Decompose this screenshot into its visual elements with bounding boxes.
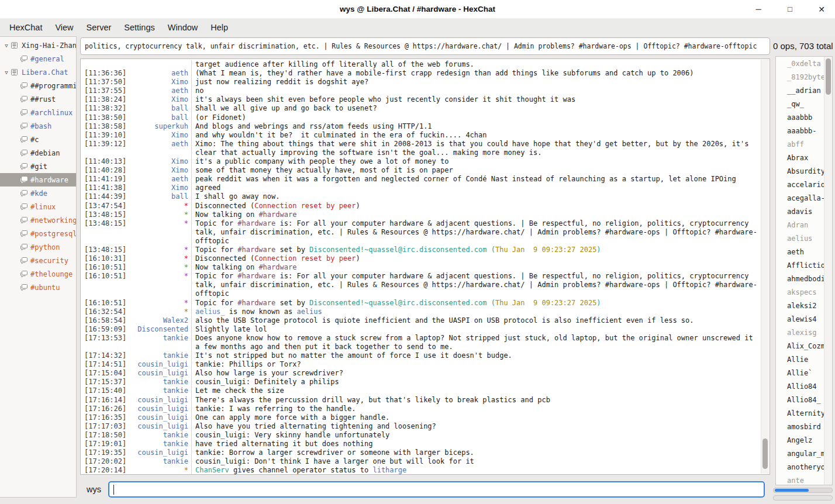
expander-icon[interactable]: ▽ [2,70,11,75]
channel-icon [19,149,30,157]
chat-line: [17:13:53]tankieDoes anyone know how to … [81,334,760,351]
user-Allie[interactable]: Allie [776,353,824,367]
user-akspecs[interactable]: akspecs [776,286,824,299]
user-qw[interactable]: _qw_ [776,98,824,111]
message-segment: Connection reset by peer [254,202,356,210]
user-amosbird[interactable]: amosbird [776,420,824,434]
nick: tankie [132,378,188,386]
user-aleksi2[interactable]: aleksi2 [776,299,824,313]
tree-server-XingHaiZhan[interactable]: ▽Xing-Hai-Zhan [0,39,76,52]
tree-channel-hardware[interactable]: #hardware [0,173,76,187]
userlist-horizontal-scrollbar[interactable] [773,488,833,493]
menu-help[interactable]: Help [204,19,234,36]
close-icon[interactable]: ✕ [816,4,827,15]
user-list[interactable]: _0xdelta_8192byte__adrian_qw_aaabbbaaabb… [775,56,833,485]
chat-area[interactable]: target audience after killing off litera… [80,58,770,475]
user-angularm[interactable]: angular_m [776,447,824,461]
chat-line: target audience after killing off litera… [81,60,760,69]
menu-hexchat[interactable]: HexChat [3,19,49,36]
chat-scrollbar[interactable] [761,60,769,474]
user-Allio84[interactable]: Allio84_ [776,393,824,407]
topic-input[interactable] [80,37,770,55]
tree-channel-linux[interactable]: #linux [0,200,76,213]
user-accelario[interactable]: accelario [776,178,824,192]
user-Adran[interactable]: Adran [776,219,824,232]
timestamp: [11:40:13] [81,157,132,166]
tree-channel-networking[interactable]: #networking [0,213,76,227]
user-Angelz[interactable]: Angelz [776,434,824,447]
chat-line: [17:15:37]tankiecousin_luigi: Definitely… [81,378,760,386]
user-aaabbb[interactable]: aaabbb- [776,125,824,138]
user-alexisg[interactable]: alexisg [776,326,824,340]
user-8192byte[interactable]: _8192byte [776,71,824,84]
user-adavis[interactable]: adavis [776,205,824,219]
tree-channel-thelounge[interactable]: #thelounge [0,267,76,281]
user-aelius[interactable]: aelius [776,232,824,246]
user-abff[interactable]: abff [776,138,824,151]
expander-icon[interactable]: ▽ [2,43,11,49]
message-segment: Does anyone know how to remove a stuck s… [195,334,757,351]
tree-channel-security[interactable]: #security [0,254,76,267]
menu-view[interactable]: View [49,19,80,36]
user-anotheryo[interactable]: anotheryo [776,461,824,474]
user-acegalla[interactable]: acegalla- [776,192,824,205]
user-Allie[interactable]: Allie` [776,367,824,380]
user-alewis4[interactable]: alewis4 [776,313,824,326]
tree-channel-rust[interactable]: ##rust [0,92,76,106]
chat-line: [11:39:12]aethXimo: The thing about thin… [81,140,760,157]
tree-channel-bash[interactable]: #bash [0,119,76,133]
channel-tree[interactable]: ▽Xing-Hai-Zhan#general▽Libera.Chat##prog… [0,36,77,498]
tree-channel-git[interactable]: #git [0,160,76,173]
window-title: wys @ Libera.Chat / #hardware - HexChat [340,5,495,13]
userlist-lower-scrollbar[interactable] [773,495,833,500]
user-Afflictio[interactable]: Afflictio [776,259,824,272]
userlist-scrollbar-thumb[interactable] [826,58,831,95]
tree-channel-general[interactable]: #general [0,52,76,65]
user-Abrax[interactable]: Abrax [776,151,824,165]
tree-channel-postgresql[interactable]: #postgresql [0,227,76,240]
message-segment: aelius_ [195,308,225,316]
user-aaabbb[interactable]: aaabbb [776,111,824,125]
menu-settings[interactable]: Settings [118,19,161,36]
tree-channel-debian[interactable]: #debian [0,146,76,160]
userlist-horizontal-scrollbar-thumb[interactable] [775,489,809,492]
user-0xdelta[interactable]: _0xdelta [776,57,824,71]
user-Alternity[interactable]: Alternity [776,407,824,420]
message-segment: aelius [296,308,322,316]
tree-channel-ubuntu[interactable]: #ubuntu [0,281,76,294]
tree-channel-kde[interactable]: #kde [0,187,76,200]
tree-label: #archlinux [30,109,73,117]
userlist-scrollbar[interactable] [824,57,832,485]
channel-icon [19,55,30,63]
tree-label: ##rust [30,95,56,103]
message-segment: tankie: I was referring to the handle. [195,405,356,413]
tree-channel-archlinux[interactable]: #archlinux [0,106,76,119]
message-segment: cousin_luigi: Definitely a philips [195,378,339,386]
message-input[interactable] [108,481,765,498]
user-Allio84[interactable]: Allio84 [776,380,824,393]
user-ante[interactable]: ante [776,474,824,485]
message-segment: ) [596,246,601,254]
tree-channel-programming[interactable]: ##programming [0,79,76,92]
tree-label: #security [30,257,68,265]
user-aeth[interactable]: aeth [776,246,824,259]
user-AlixCozm[interactable]: Alix_Cozm [776,340,824,353]
chat-scrollbar-thumb[interactable] [762,439,768,469]
titlebar[interactable]: wys @ Libera.Chat / #hardware - HexChat … [0,0,835,19]
menu-window[interactable]: Window [161,19,205,36]
minimize-icon[interactable]: ─ [753,4,764,15]
tree-channel-c[interactable]: #c [0,133,76,146]
timestamp: [13:48:15] [81,219,132,246]
tree-server-LiberaChat[interactable]: ▽Libera.Chat [0,65,76,79]
tree-channel-python[interactable]: #python [0,240,76,254]
userlist-count: 0 ops, 703 total [773,36,835,56]
user-adrian[interactable]: __adrian [776,84,824,98]
chat-line: [11:40:28]Ximosome of that money they ac… [81,166,760,175]
maximize-icon[interactable]: □ [785,4,795,15]
user-ahmedbodi[interactable]: ahmedbodi [776,272,824,286]
chat-line: [17:17:03]cousin_luigiAlso have you trie… [81,422,760,431]
timestamp: [17:14:51] [81,360,132,369]
menu-server[interactable]: Server [80,19,118,36]
message-text: tankie: I was referring to the handle. [191,405,760,413]
user-Absurdity[interactable]: Absurdity [776,165,824,178]
